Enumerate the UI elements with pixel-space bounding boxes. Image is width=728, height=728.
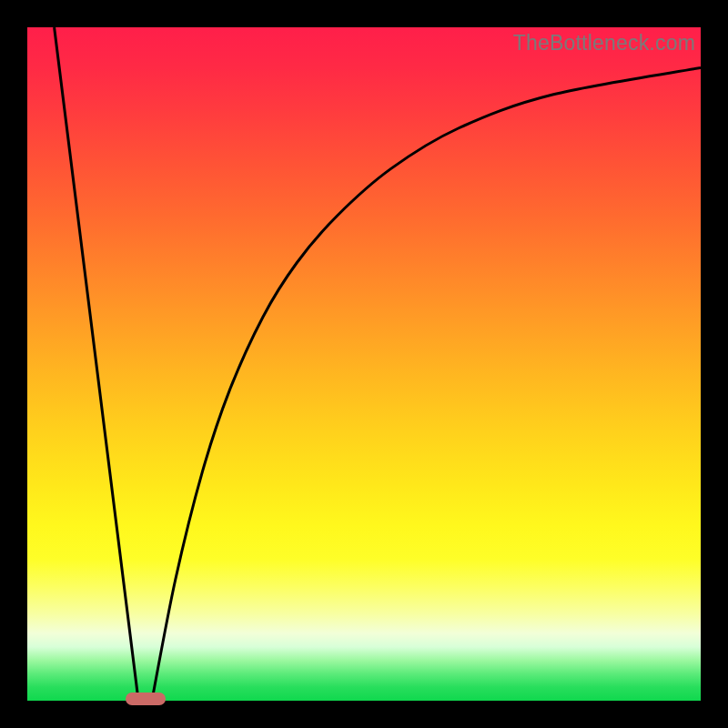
chart-frame: TheBottleneck.com [0, 0, 728, 728]
curve-left-branch [55, 27, 139, 701]
bottleneck-marker [126, 693, 166, 705]
curve-layer [27, 27, 701, 701]
curve-right-branch [152, 67, 701, 701]
plot-area: TheBottleneck.com [27, 27, 701, 701]
